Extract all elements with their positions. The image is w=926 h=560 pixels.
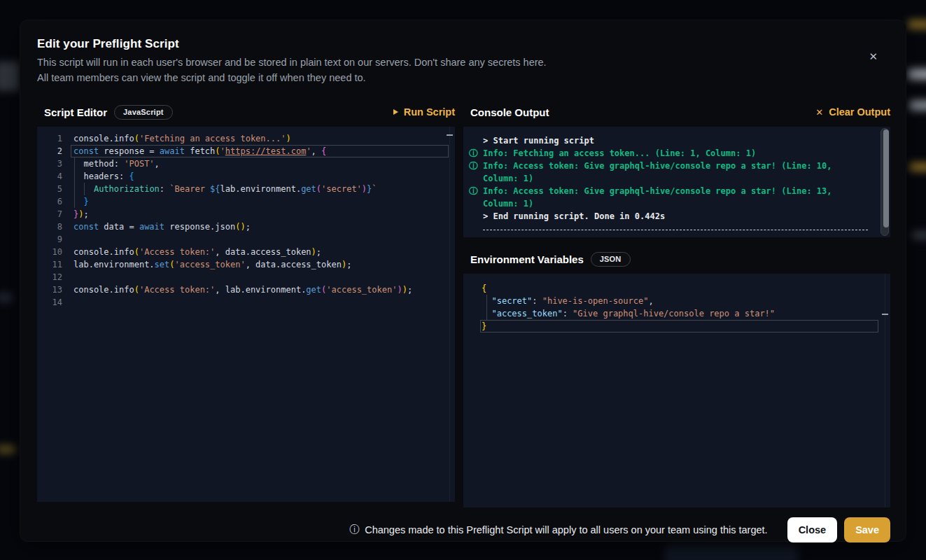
environment-variables-label: Environment Variables [470, 253, 584, 265]
info-icon: ⓘ [349, 524, 359, 536]
console-entry: ⓘInfo: Access token: Give graphql-hive/c… [469, 185, 869, 210]
description-line-1: This script will run in each user's brow… [37, 55, 890, 70]
line-number: 10 [37, 246, 71, 258]
preflight-script-modal: ✕ Edit your Preflight Script This script… [20, 20, 906, 542]
backdrop-blob [665, 545, 798, 560]
line-number: 12 [37, 271, 71, 284]
code-line[interactable]: 6 } [37, 195, 455, 208]
console-output: > Start running scriptⓘInfo: Fetching an… [463, 127, 890, 237]
backdrop-blob [909, 162, 926, 172]
code-line[interactable]: 5 Authorization: `Bearer ${lab.environme… [37, 183, 455, 195]
console-entry: ⓘInfo: Access token: Give graphql-hive/c… [469, 160, 869, 185]
line-number: 9 [37, 233, 71, 246]
code-line[interactable]: 8const data = await response.json(); [37, 220, 455, 233]
code-line[interactable]: 1console.info('Fetching an access token.… [37, 132, 455, 145]
code-line[interactable]: 7}); [37, 208, 455, 220]
scrollbar-thumb[interactable] [883, 130, 889, 227]
close-button[interactable]: Close [787, 517, 838, 542]
backdrop-blob [912, 231, 926, 239]
code-line[interactable]: 4 headers: { [37, 170, 455, 183]
line-number: 14 [37, 296, 71, 309]
clear-icon: ✕ [815, 107, 823, 118]
code-line[interactable]: 2const response = await fetch('https://t… [37, 145, 455, 158]
run-script-button[interactable]: Run Script [393, 106, 455, 118]
indent-guide [486, 295, 487, 320]
script-editor-content: 1console.info('Fetching an access token.… [37, 132, 455, 309]
overview-ruler-mark [882, 314, 888, 315]
console-entry [483, 230, 868, 230]
backdrop-blob [908, 20, 926, 29]
code-line[interactable]: { [480, 282, 885, 295]
language-badge: JavaScript [114, 105, 173, 120]
line-number: 1 [37, 132, 71, 145]
line-number: 4 [37, 170, 71, 183]
log-indent [469, 134, 483, 147]
close-icon[interactable]: ✕ [869, 51, 878, 62]
script-editor-label: Script Editor [44, 106, 107, 118]
line-number: 6 [37, 195, 71, 208]
backdrop-blob [909, 100, 926, 111]
environment-editor[interactable]: { "secret": "hive-is-open-source", "acce… [463, 274, 890, 507]
play-icon [393, 109, 398, 115]
console-entry: > End running script. Done in 0.442s [469, 210, 869, 223]
backdrop-blob [0, 62, 20, 91]
line-number: 11 [37, 258, 71, 271]
code-line[interactable]: } [480, 320, 885, 332]
json-badge: JSON [591, 252, 631, 267]
console-entry: ⓘInfo: Fetching an access token... (Line… [469, 147, 869, 160]
backdrop-blob [0, 293, 13, 302]
clear-output-button[interactable]: ✕ Clear Output [815, 106, 890, 118]
line-number: 7 [37, 208, 71, 220]
info-icon: ⓘ [469, 147, 483, 160]
console-entry: > Start running script [469, 134, 869, 147]
line-number: 13 [37, 284, 71, 296]
description-line-2: All team members can view the script and… [37, 70, 890, 85]
overview-ruler-mark [447, 134, 453, 136]
indent-guide [84, 183, 85, 195]
code-line[interactable]: 13console.info('Access token:', lab.envi… [37, 284, 455, 296]
code-line[interactable]: 10console.info('Access token:', data.acc… [37, 246, 455, 258]
info-icon: ⓘ [469, 160, 483, 185]
code-line[interactable]: "access_token": "Give graphql-hive/conso… [480, 307, 885, 320]
modal-title: Edit your Preflight Script [37, 37, 890, 51]
backdrop-blob [0, 445, 15, 454]
line-number: 8 [37, 220, 71, 233]
console-content: > Start running scriptⓘInfo: Fetching an… [469, 134, 869, 230]
indent-guide [74, 158, 75, 208]
code-line[interactable]: 12 [37, 271, 455, 284]
script-editor[interactable]: 1console.info('Fetching an access token.… [37, 127, 455, 502]
code-line[interactable]: 3 method: 'POST', [37, 158, 455, 170]
code-line[interactable]: 11lab.environment.set('access_token', da… [37, 258, 455, 271]
line-number: 5 [37, 183, 71, 195]
modal-description: This script will run in each user's brow… [37, 55, 890, 85]
line-number: 2 [37, 145, 71, 158]
backdrop-blob [908, 69, 926, 80]
log-indent [469, 210, 483, 223]
code-line[interactable]: "secret": "hive-is-open-source", [480, 295, 885, 307]
line-number: 3 [37, 158, 71, 170]
code-line[interactable]: 9 [37, 233, 455, 246]
info-icon: ⓘ [469, 185, 483, 210]
save-button[interactable]: Save [844, 517, 890, 542]
console-output-label: Console Output [470, 106, 549, 118]
footer-note: ⓘ Changes made to this Preflight Script … [349, 524, 767, 536]
code-line[interactable]: 14 [37, 296, 455, 309]
env-editor-content: { "secret": "hive-is-open-source", "acce… [480, 282, 885, 332]
screen: ✕ Edit your Preflight Script This script… [0, 0, 926, 560]
